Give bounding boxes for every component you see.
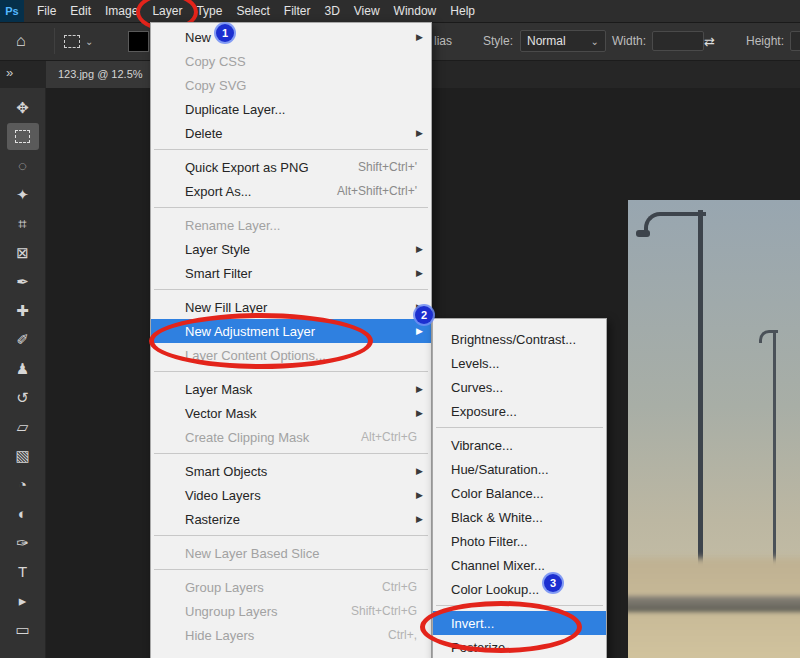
width-input[interactable] — [652, 31, 704, 51]
menu-item-label: Brightness/Contrast... — [451, 332, 598, 347]
quick-selection-tool[interactable]: ✦ — [7, 181, 39, 208]
healing-brush-tool[interactable]: ✚ — [7, 297, 39, 324]
brush-icon: ✐ — [16, 332, 29, 347]
menu-item-label: Curves... — [451, 380, 598, 395]
home-icon[interactable]: ⌂ — [16, 22, 26, 60]
clone-stamp-tool[interactable]: ♟ — [7, 355, 39, 382]
menu-item-new[interactable]: New▶ — [151, 25, 431, 49]
menu-item-quick-export-png[interactable]: Quick Export as PNGShift+Ctrl+' — [151, 155, 431, 179]
submenu-item-exposure[interactable]: Exposure... — [433, 399, 606, 423]
menu-item-create-clipping-mask[interactable]: Create Clipping MaskAlt+Ctrl+G — [151, 425, 431, 449]
annotation-badge-1: 1 — [216, 24, 234, 42]
submenu-arrow-icon: ▶ — [412, 32, 423, 42]
color-swatch[interactable] — [128, 31, 149, 52]
menu-window[interactable]: Window — [387, 0, 444, 22]
menu-item-duplicate-layer[interactable]: Duplicate Layer... — [151, 97, 431, 121]
menu-separator — [154, 569, 428, 570]
blur-tool[interactable]: ◔ — [7, 471, 39, 498]
menu-item-smart-filter[interactable]: Smart Filter▶ — [151, 261, 431, 285]
menu-select[interactable]: Select — [229, 0, 276, 22]
eyedropper-tool[interactable]: ✒ — [7, 268, 39, 295]
menu-item-label: Black & White... — [451, 510, 598, 525]
gradient-tool[interactable]: ▧ — [7, 442, 39, 469]
menu-item-label: Exposure... — [451, 404, 598, 419]
submenu-item-hue-saturation[interactable]: Hue/Saturation... — [433, 457, 606, 481]
menu-edit[interactable]: Edit — [63, 0, 98, 22]
menu-item-label: Layer Style — [185, 242, 412, 257]
history-brush-tool[interactable]: ↺ — [7, 384, 39, 411]
style-select[interactable]: Normal ⌄ — [520, 30, 606, 52]
pen-tool[interactable]: ✑ — [7, 529, 39, 556]
menu-item-layer-style[interactable]: Layer Style▶ — [151, 237, 431, 261]
menu-separator — [154, 535, 428, 536]
menu-item-label: Copy SVG — [185, 78, 423, 93]
menu-item-label: Invert... — [451, 616, 598, 631]
crop-tool[interactable]: ⌗ — [7, 210, 39, 237]
menu-item-shortcut: Shift+Ctrl+' — [358, 160, 417, 174]
submenu-item-posterize[interactable]: Posterize... — [433, 635, 606, 658]
rectangle-tool[interactable]: ▭ — [7, 616, 39, 643]
menu-3d[interactable]: 3D — [317, 0, 346, 22]
submenu-item-photo-filter[interactable]: Photo Filter... — [433, 529, 606, 553]
brush-tool[interactable]: ✐ — [7, 326, 39, 353]
submenu-arrow-icon: ▶ — [412, 384, 423, 394]
menu-item-delete[interactable]: Delete▶ — [151, 121, 431, 145]
menu-item-copy-svg[interactable]: Copy SVG — [151, 73, 431, 97]
menu-layer-label: Layer — [152, 4, 182, 18]
toolbar-collapse-icon[interactable]: » — [6, 65, 13, 80]
menu-item-layer-mask[interactable]: Layer Mask▶ — [151, 377, 431, 401]
submenu-item-color-balance[interactable]: Color Balance... — [433, 481, 606, 505]
menu-item-video-layers[interactable]: Video Layers▶ — [151, 483, 431, 507]
menu-item-new-fill-layer[interactable]: New Fill Layer▶ — [151, 295, 431, 319]
eraser-tool[interactable]: ▱ — [7, 413, 39, 440]
menu-type[interactable]: Type — [189, 0, 229, 22]
menu-view[interactable]: View — [347, 0, 387, 22]
submenu-item-levels[interactable]: Levels... — [433, 351, 606, 375]
menu-item-shortcut: Ctrl+G — [382, 580, 417, 594]
menu-item-label: Smart Filter — [185, 266, 412, 281]
submenu-item-black-white[interactable]: Black & White... — [433, 505, 606, 529]
submenu-item-color-lookup[interactable]: Color Lookup... — [433, 577, 606, 601]
healing-brush-icon: ✚ — [16, 303, 29, 318]
submenu-item-vibrance[interactable]: Vibrance... — [433, 433, 606, 457]
submenu-item-channel-mixer[interactable]: Channel Mixer... — [433, 553, 606, 577]
document-tab[interactable]: 123.jpg @ 12.5% — [46, 61, 156, 88]
height-input[interactable] — [790, 31, 800, 51]
move-tool[interactable]: ✥ — [7, 94, 39, 121]
tool-preset-picker[interactable]: ⌄ — [64, 22, 93, 60]
crop-icon: ⌗ — [18, 216, 26, 231]
submenu-item-brightness-contrast[interactable]: Brightness/Contrast... — [433, 327, 606, 351]
rectangular-marquee-tool[interactable] — [7, 123, 39, 150]
photo-lamp2-pole — [773, 330, 776, 595]
quick-selection-icon: ✦ — [16, 187, 29, 202]
menu-layer[interactable]: Layer — [145, 0, 189, 22]
submenu-item-curves[interactable]: Curves... — [433, 375, 606, 399]
menu-item-layer-content-options[interactable]: Layer Content Options... — [151, 343, 431, 367]
menu-item-new-layer-based-slice[interactable]: New Layer Based Slice — [151, 541, 431, 565]
menu-item-group-layers[interactable]: Group LayersCtrl+G — [151, 575, 431, 599]
menu-item-export-as[interactable]: Export As...Alt+Shift+Ctrl+' — [151, 179, 431, 203]
menu-item-label: Rasterize — [185, 512, 412, 527]
submenu-arrow-icon: ▶ — [412, 490, 423, 500]
frame-tool[interactable]: ⊠ — [7, 239, 39, 266]
menu-file[interactable]: File — [30, 0, 63, 22]
menu-item-copy-css[interactable]: Copy CSS — [151, 49, 431, 73]
path-selection-tool[interactable]: ▸ — [7, 587, 39, 614]
menu-filter[interactable]: Filter — [277, 0, 318, 22]
swap-dimensions-icon[interactable]: ⇄ — [704, 22, 715, 60]
submenu-item-invert[interactable]: Invert... — [433, 611, 606, 635]
menu-item-hide-layers[interactable]: Hide LayersCtrl+, — [151, 623, 431, 647]
menu-item-ungroup-layers[interactable]: Ungroup LayersShift+Ctrl+G — [151, 599, 431, 623]
menu-item-label: Color Lookup... — [451, 582, 598, 597]
submenu-arrow-icon: ▶ — [412, 128, 423, 138]
lasso-tool[interactable]: ◌ — [7, 152, 39, 179]
menu-help[interactable]: Help — [443, 0, 482, 22]
menu-item-vector-mask[interactable]: Vector Mask▶ — [151, 401, 431, 425]
menu-item-rename-layer[interactable]: Rename Layer... — [151, 213, 431, 237]
menu-item-new-adjustment-layer[interactable]: New Adjustment Layer▶ — [151, 319, 431, 343]
menu-item-rasterize[interactable]: Rasterize▶ — [151, 507, 431, 531]
dodge-tool[interactable]: ◐ — [7, 500, 39, 527]
type-tool[interactable]: T — [7, 558, 39, 585]
menu-image[interactable]: Image — [98, 0, 145, 22]
menu-item-smart-objects[interactable]: Smart Objects▶ — [151, 459, 431, 483]
